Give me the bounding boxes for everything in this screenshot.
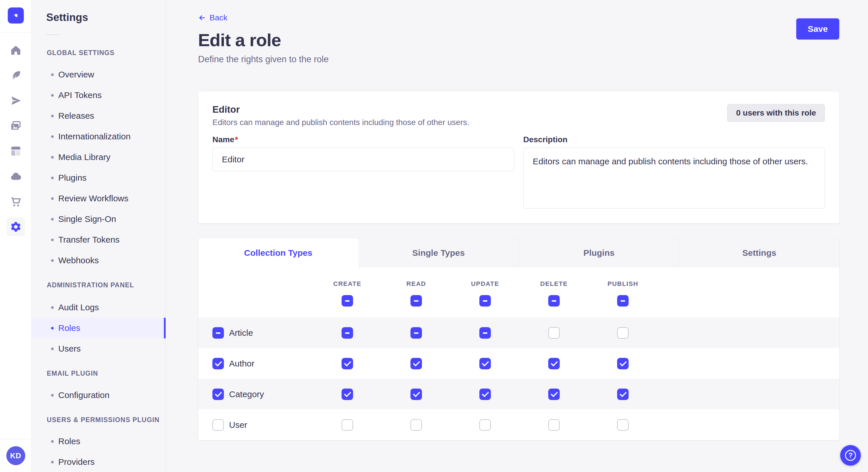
master-checkbox-create[interactable] [342, 295, 353, 307]
checkbox-article-create[interactable] [342, 327, 353, 339]
bullet-icon [51, 440, 54, 443]
sidebar-item-up-roles[interactable]: Roles [32, 431, 166, 452]
checkbox-category-read[interactable] [410, 389, 422, 400]
home-icon [10, 44, 22, 56]
row-label: Article [229, 328, 253, 338]
sidebar-item-review-workflows[interactable]: Review Workflows [32, 188, 166, 209]
column-header-update: UPDATE [471, 280, 499, 288]
checkbox-user-delete[interactable] [548, 419, 560, 431]
bullet-icon [51, 156, 54, 159]
tab-collection-types[interactable]: Collection Types [198, 238, 359, 268]
sidebar-item-media-library[interactable]: Media Library [32, 147, 166, 167]
checkbox-author-create[interactable] [342, 358, 353, 369]
media-library-button[interactable] [7, 117, 25, 135]
sidebar-item-plugins[interactable]: Plugins [32, 167, 166, 188]
row-checkbox-author[interactable] [212, 358, 224, 369]
checkbox-category-publish[interactable] [617, 389, 629, 400]
gear-icon [10, 221, 22, 233]
marketplace-button[interactable] [7, 193, 25, 211]
content-type-builder-button[interactable] [7, 142, 25, 160]
checkbox-author-delete[interactable] [548, 358, 560, 369]
sidebar-item-webhooks[interactable]: Webhooks [32, 250, 166, 271]
settings-sidebar: Settings GLOBAL SETTINGS Overview API To… [32, 0, 166, 472]
deploy-button[interactable] [7, 167, 25, 186]
column-header-create: CREATE [333, 280, 361, 288]
strapi-logo[interactable] [8, 7, 24, 24]
permissions-table-header: CREATE READ UPDATE DELETE PUBLISH [198, 268, 839, 317]
back-link[interactable]: Back [198, 13, 227, 22]
sidebar-item-providers[interactable]: Providers [32, 452, 166, 472]
bullet-icon [51, 73, 54, 76]
strapi-logo-icon [11, 11, 21, 20]
table-row-user: User [198, 409, 839, 440]
checkbox-user-update[interactable] [479, 419, 491, 431]
settings-nav-title: Settings [46, 11, 166, 24]
sidebar-item-configuration[interactable]: Configuration [32, 385, 166, 405]
back-arrow-icon [198, 14, 206, 22]
sidebar-item-users[interactable]: Users [32, 338, 166, 359]
help-icon: ? [845, 450, 856, 461]
master-checkbox-delete[interactable] [548, 295, 560, 307]
checkbox-author-update[interactable] [479, 358, 491, 369]
sidebar-item-transfer-tokens[interactable]: Transfer Tokens [32, 229, 166, 250]
back-label: Back [210, 13, 227, 22]
checkbox-author-read[interactable] [410, 358, 422, 369]
checkbox-category-delete[interactable] [548, 389, 560, 400]
master-checkbox-read[interactable] [410, 295, 422, 307]
bullet-icon [51, 177, 54, 179]
bullet-icon [51, 239, 54, 241]
checkbox-category-create[interactable] [342, 389, 353, 400]
save-button[interactable]: Save [796, 19, 839, 40]
row-checkbox-user[interactable] [212, 419, 224, 431]
section-heading-email-plugin: EMAIL PLUGIN [32, 369, 166, 377]
settings-button[interactable] [7, 217, 25, 236]
checkbox-user-publish[interactable] [617, 419, 629, 431]
row-checkbox-article[interactable] [212, 327, 224, 339]
checkbox-author-publish[interactable] [617, 358, 629, 369]
user-avatar[interactable]: KD [6, 446, 25, 465]
sidebar-item-roles[interactable]: Roles [32, 318, 166, 338]
master-checkbox-update[interactable] [479, 295, 491, 307]
row-checkbox-category[interactable] [212, 389, 224, 400]
row-label: Category [229, 390, 264, 399]
page-subtitle: Define the rights given to the role [198, 54, 839, 65]
checkbox-user-read[interactable] [410, 419, 422, 431]
sidebar-item-audit-logs[interactable]: Audit Logs [32, 297, 166, 318]
releases-button[interactable] [7, 92, 25, 110]
layout-icon [10, 145, 22, 157]
help-button[interactable]: ? [840, 445, 861, 466]
home-button[interactable] [7, 41, 25, 59]
sidebar-item-internationalization[interactable]: Internationalization [32, 126, 166, 147]
section-heading-users-permissions-plugin: USERS & PERMISSIONS PLUGIN [32, 416, 166, 424]
checkbox-category-update[interactable] [479, 389, 491, 400]
row-label: User [229, 420, 247, 430]
table-row-category: Category [198, 379, 839, 409]
checkbox-article-publish[interactable] [617, 327, 629, 339]
checkbox-article-read[interactable] [410, 327, 422, 339]
sidebar-item-single-sign-on[interactable]: Single Sign-On [32, 209, 166, 229]
tab-single-types[interactable]: Single Types [359, 238, 519, 268]
master-checkbox-publish[interactable] [617, 295, 629, 307]
users-with-role-badge[interactable]: 0 users with this role [727, 104, 825, 122]
pictures-icon [10, 120, 22, 132]
checkbox-user-create[interactable] [342, 419, 353, 431]
sidebar-item-api-tokens[interactable]: API Tokens [32, 85, 166, 105]
sidebar-item-releases[interactable]: Releases [32, 105, 166, 126]
bullet-icon [51, 327, 54, 330]
tab-settings[interactable]: Settings [679, 238, 840, 268]
content-manager-button[interactable] [7, 66, 25, 85]
checkbox-article-delete[interactable] [548, 327, 560, 339]
permissions-table: CREATE READ UPDATE DELETE PUBLISH [198, 268, 839, 440]
table-row-author: Author [198, 348, 839, 379]
bullet-icon [51, 94, 54, 97]
role-description-textarea[interactable]: Editors can manage and publish contents … [523, 148, 825, 208]
bullet-icon [51, 394, 54, 397]
checkbox-article-update[interactable] [479, 327, 491, 339]
tab-plugins[interactable]: Plugins [519, 238, 679, 268]
description-field-group: Description Editors can manage and publi… [523, 135, 825, 210]
permissions-panel: Collection Types Single Types Plugins Se… [198, 238, 839, 440]
description-field-label: Description [523, 135, 825, 144]
permissions-tabs: Collection Types Single Types Plugins Se… [198, 238, 839, 268]
sidebar-item-overview[interactable]: Overview [32, 64, 166, 85]
role-name-input[interactable] [212, 148, 514, 171]
